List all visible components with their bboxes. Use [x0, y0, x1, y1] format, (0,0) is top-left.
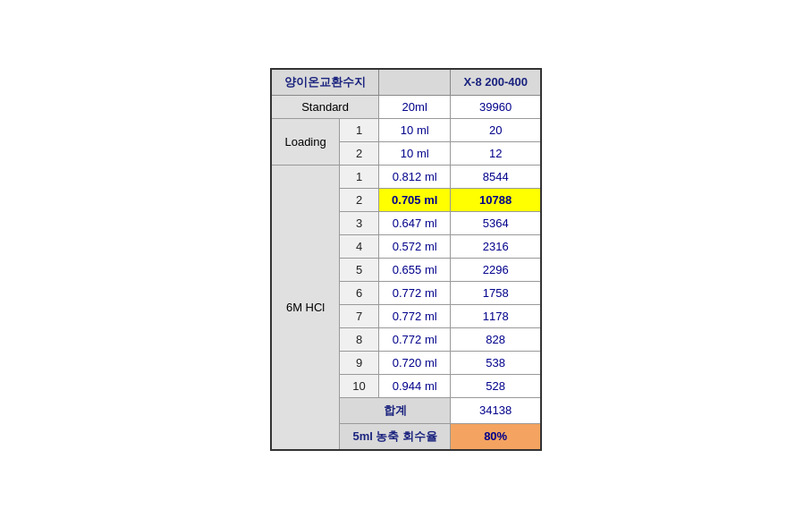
loading-val-1: 20 [451, 118, 541, 141]
standard-row: Standard 20ml 39960 [271, 95, 541, 118]
col2-subheader [379, 69, 451, 96]
hcl-val-4: 2316 [451, 234, 541, 258]
hcl-num-5: 5 [340, 258, 379, 281]
hcl-vol-5: 0.655 ml [379, 258, 451, 281]
hcl-vol-1: 0.812 ml [379, 165, 451, 188]
hcl-val-7: 1178 [451, 304, 541, 327]
recovery-value: 80% [451, 423, 541, 450]
standard-value: 39960 [451, 95, 541, 118]
loading-row-1: Loading 1 10 ml 20 [271, 118, 541, 141]
hcl-num-8: 8 [340, 327, 379, 351]
hcl-num-4: 4 [340, 234, 379, 258]
standard-label: Standard [271, 95, 379, 118]
hcl-vol-4: 0.572 ml [379, 234, 451, 258]
hcl-vol-9: 0.720 ml [379, 351, 451, 374]
hcl-val-5: 2296 [451, 258, 541, 281]
hcl-row-1: 6M HCl 1 0.812 ml 8544 [271, 165, 541, 188]
recovery-label: 5ml 농축 회수율 [340, 423, 451, 450]
loading-num-1: 1 [340, 118, 379, 141]
header-row: 양이온교환수지 X-8 200-400 [271, 69, 541, 96]
table-wrapper: 양이온교환수지 X-8 200-400 Standard 20ml 39960 … [252, 50, 560, 469]
hcl-num-7: 7 [340, 304, 379, 327]
hcl-label: 6M HCl [271, 165, 340, 450]
hcl-vol-10: 0.944 ml [379, 374, 451, 397]
hcl-val-10: 528 [451, 374, 541, 397]
loading-val-2: 12 [451, 141, 541, 165]
hcl-num-6: 6 [340, 281, 379, 304]
hcl-vol-6: 0.772 ml [379, 281, 451, 304]
loading-vol-2: 10 ml [379, 141, 451, 165]
loading-vol-1: 10 ml [379, 118, 451, 141]
hcl-num-1: 1 [340, 165, 379, 188]
col1-header: 양이온교환수지 [271, 69, 379, 96]
hcl-vol-8: 0.772 ml [379, 327, 451, 351]
col3-header: X-8 200-400 [451, 69, 541, 96]
hcl-val-3: 5364 [451, 211, 541, 234]
data-table: 양이온교환수지 X-8 200-400 Standard 20ml 39960 … [270, 68, 542, 451]
standard-volume: 20ml [379, 95, 451, 118]
subtotal-value: 34138 [451, 397, 541, 423]
hcl-val-9: 538 [451, 351, 541, 374]
loading-num-2: 2 [340, 141, 379, 165]
hcl-num-3: 3 [340, 211, 379, 234]
hcl-val-1: 8544 [451, 165, 541, 188]
hcl-val-6: 1758 [451, 281, 541, 304]
hcl-num-10: 10 [340, 374, 379, 397]
hcl-num-9: 9 [340, 351, 379, 374]
hcl-val-2: 10788 [451, 188, 541, 211]
hcl-vol-3: 0.647 ml [379, 211, 451, 234]
loading-label: Loading [271, 118, 340, 165]
subtotal-label: 합계 [340, 397, 451, 423]
hcl-num-2: 2 [340, 188, 379, 211]
hcl-vol-2: 0.705 ml [379, 188, 451, 211]
hcl-val-8: 828 [451, 327, 541, 351]
hcl-vol-7: 0.772 ml [379, 304, 451, 327]
